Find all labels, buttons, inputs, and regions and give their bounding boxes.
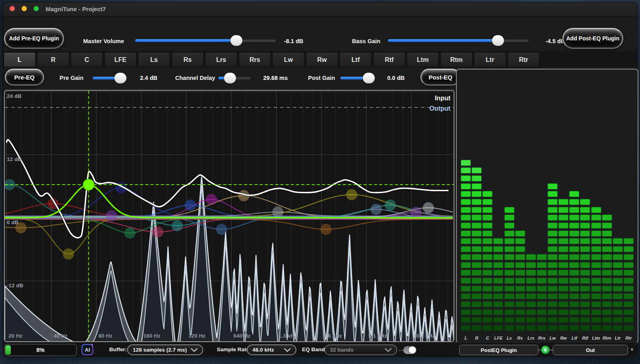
meter-lfe — [493, 238, 503, 331]
tab-c[interactable]: C — [71, 52, 103, 67]
master-volume-slider[interactable] — [135, 35, 276, 46]
slider-thumb[interactable] — [230, 35, 242, 46]
minimize-window-button[interactable] — [22, 6, 27, 11]
slider-fill — [135, 39, 236, 42]
meter-segment — [580, 231, 590, 237]
tab-l[interactable]: L — [4, 52, 36, 67]
meter-segment — [569, 254, 579, 260]
meter-segment — [624, 262, 634, 268]
post-eq-button[interactable]: Post-EQ — [420, 69, 460, 86]
svg-text:160 Hz: 160 Hz — [144, 333, 161, 339]
meter-segment — [602, 278, 612, 284]
eq-graph[interactable]: 24 dB12 dB0 dB-12 dB20 Hz40 Hz80 Hz160 H… — [4, 90, 454, 342]
zoom-window-button[interactable] — [34, 6, 39, 11]
channel-delay-slider[interactable] — [218, 73, 250, 84]
meter-segment — [472, 175, 482, 181]
meter-segment — [504, 246, 514, 252]
slider-thumb[interactable] — [114, 73, 126, 84]
slider-thumb[interactable] — [224, 73, 236, 84]
eq-graph-canvas[interactable]: 24 dB12 dB0 dB-12 dB20 Hz40 Hz80 Hz160 H… — [5, 91, 454, 341]
ai-assistant-button[interactable]: AI ✦ — [82, 344, 93, 355]
channel-tabs: LRCLFELsRsLrsRrsLwRwLtfRtfLtmRtmLtrRtr — [4, 52, 540, 67]
meter-segment — [558, 325, 568, 331]
slider-thumb[interactable] — [363, 73, 375, 84]
tab-ltr[interactable]: Ltr — [474, 52, 506, 67]
ellipsis-label: … — [398, 344, 404, 354]
meter-segment — [569, 231, 579, 237]
tab-rtr[interactable]: Rtr — [508, 52, 540, 67]
sample-rate-select[interactable]: 48.0 kHz — [247, 344, 296, 355]
meter-label-lfe: LFE — [493, 336, 503, 340]
pre-gain-label: Pre Gain — [60, 73, 84, 84]
meter-segment — [537, 254, 547, 260]
toggle-knob[interactable] — [409, 346, 416, 354]
meter-segment — [569, 293, 579, 299]
meter-segment — [548, 278, 558, 284]
meter-segment — [558, 270, 568, 276]
meter-segment — [482, 207, 492, 213]
meter-segment — [493, 278, 503, 284]
slider-thumb[interactable] — [492, 35, 504, 46]
tab-rs[interactable]: Rs — [172, 52, 204, 67]
bass-gain-slider[interactable] — [388, 35, 529, 46]
tab-ls[interactable]: Ls — [138, 52, 170, 67]
meter-label-rw: Rw — [558, 336, 568, 340]
meter-segment — [461, 325, 471, 331]
meter-segment — [613, 270, 623, 276]
add-post-eq-plugin-button[interactable]: Add Post-EQ Plugin — [562, 28, 623, 49]
eq-bands-select[interactable]: 32 bands — [324, 344, 397, 355]
meter-segment — [472, 262, 482, 268]
meter-segment — [548, 215, 558, 221]
resize-corner-icon[interactable]: ▼ — [630, 344, 634, 355]
tab-rtm[interactable]: Rtm — [440, 52, 472, 67]
meter-segment — [602, 301, 612, 307]
meter-segment — [558, 293, 568, 299]
post-gain-value: 0.0 dB — [387, 73, 405, 84]
meter-segment — [537, 309, 547, 315]
channel-delay-label: Channel Delay — [175, 73, 215, 84]
meter-segment — [548, 183, 558, 189]
meter-segment — [493, 301, 503, 307]
meter-segment — [580, 262, 590, 268]
meter-segment — [580, 246, 590, 252]
add-pre-eq-plugin-button[interactable]: Add Pre-EQ Plugin — [4, 28, 64, 49]
meter-segment — [482, 309, 492, 315]
tab-rtf[interactable]: Rtf — [373, 52, 405, 67]
plugin-chain-plugin[interactable]: PostEQ Plugin — [459, 345, 538, 355]
meter-segment — [515, 270, 525, 276]
meter-segment — [591, 238, 601, 244]
meter-segment — [558, 262, 568, 268]
tab-rrs[interactable]: Rrs — [239, 52, 271, 67]
meter-rtf — [580, 199, 590, 331]
meter-segment — [569, 223, 579, 229]
meter-segment — [461, 301, 471, 307]
meter-segment — [558, 207, 568, 213]
meter-segment — [504, 215, 514, 221]
tab-ltf[interactable]: Ltf — [340, 52, 372, 67]
tab-ltm[interactable]: Ltm — [407, 52, 439, 67]
tab-lrs[interactable]: Lrs — [205, 52, 237, 67]
tab-lfe[interactable]: LFE — [104, 52, 136, 67]
title-bar[interactable]: MagniTune - Project7 — [3, 2, 637, 16]
tab-r[interactable]: R — [37, 52, 69, 67]
slider-track[interactable] — [135, 39, 276, 42]
slider-track[interactable] — [388, 39, 529, 42]
plugin-chain-output[interactable]: Out — [553, 345, 628, 355]
close-window-button[interactable] — [10, 6, 15, 11]
meter-segment — [624, 278, 634, 284]
meter-segment — [569, 278, 579, 284]
meter-segment — [602, 317, 612, 323]
tab-lw[interactable]: Lw — [272, 52, 304, 67]
pre-eq-button[interactable]: Pre-EQ — [5, 69, 44, 86]
meter-segment — [504, 231, 514, 237]
buffer-select[interactable]: 128 samples (2.7 ms) — [127, 344, 203, 355]
tab-rw[interactable]: Rw — [306, 52, 338, 67]
plugin-count-badge[interactable]: 6 — [542, 346, 549, 354]
post-gain-slider[interactable] — [340, 73, 375, 84]
pre-gain-slider[interactable] — [93, 73, 127, 84]
chevron-down-icon — [385, 348, 392, 352]
meter-segment — [482, 191, 492, 197]
bypass-toggle[interactable] — [403, 346, 416, 354]
meter-segment — [461, 223, 471, 229]
meter-segment — [504, 254, 514, 260]
